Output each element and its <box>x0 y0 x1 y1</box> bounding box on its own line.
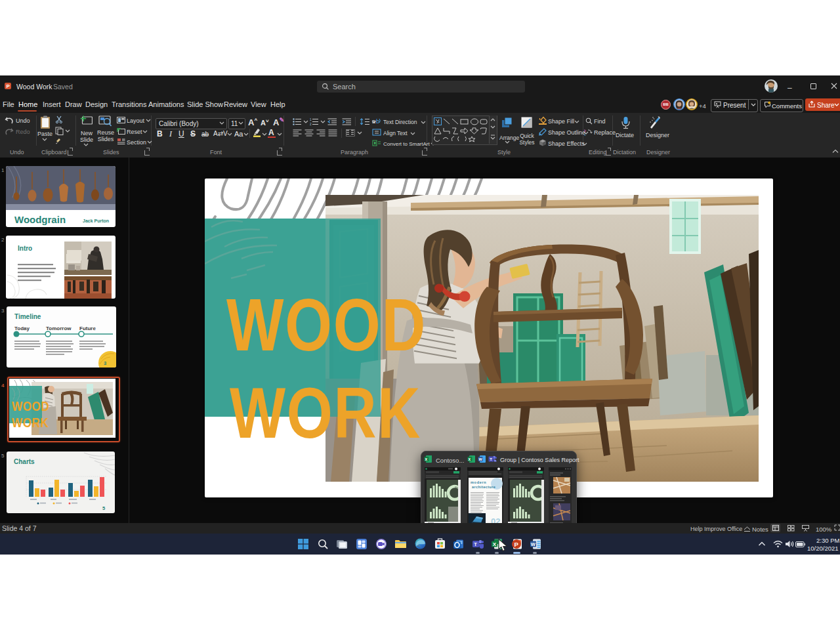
svg-text:W: W <box>531 541 536 547</box>
svg-text:WOOD: WOOD <box>226 283 427 366</box>
svg-text:P: P <box>514 541 519 548</box>
svg-text:Charts: Charts <box>14 458 35 465</box>
svg-text:WORK: WORK <box>230 372 421 452</box>
svg-text:Timeline: Timeline <box>14 313 41 320</box>
svg-text:architecture: architecture <box>472 485 495 489</box>
svg-text:a: a <box>372 118 375 125</box>
svg-text:x: x <box>425 457 428 461</box>
svg-text:2: 2 <box>310 123 312 126</box>
svg-text:5: 5 <box>102 505 105 511</box>
svg-text:Jack Purton: Jack Purton <box>83 219 109 223</box>
svg-text:WOOD: WOOD <box>12 398 49 413</box>
svg-text:w: w <box>478 457 482 461</box>
svg-text:Intro: Intro <box>18 245 32 252</box>
svg-text:modern: modern <box>471 480 486 484</box>
svg-text:Future: Future <box>79 326 96 331</box>
svg-text:WORK: WORK <box>12 415 49 430</box>
svg-text:Today: Today <box>14 326 30 331</box>
svg-text:b: b <box>376 118 379 125</box>
svg-text:Tomorrow: Tomorrow <box>46 326 72 331</box>
svg-text:T: T <box>490 457 492 461</box>
svg-text:3: 3 <box>104 360 106 366</box>
svg-text:1: 1 <box>310 118 312 121</box>
svg-text:Woodgrain: Woodgrain <box>14 214 66 225</box>
svg-text:X: X <box>493 541 497 547</box>
svg-text:c: c <box>584 133 586 136</box>
svg-text:x: x <box>469 457 471 461</box>
svg-text:T: T <box>474 541 477 547</box>
